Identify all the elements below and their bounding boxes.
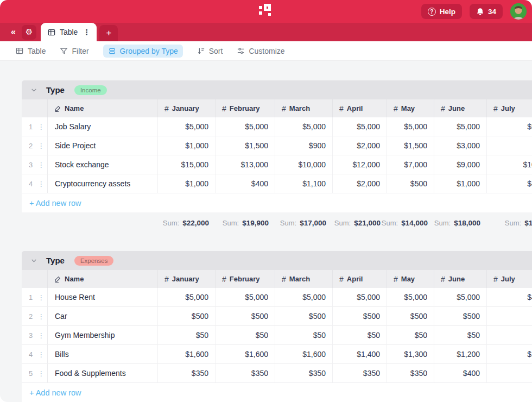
cell-name[interactable]: Bills [48,345,158,363]
cell-value[interactable]: $1,000 [434,174,487,193]
cell-value[interactable]: $5,000 [216,288,275,306]
cell-value[interactable]: $1,600 [275,345,333,363]
row-menu-icon[interactable]: ⋮ [37,123,45,131]
group-by-button[interactable]: Grouped by Type [103,45,183,58]
row-handle[interactable]: 5⋮ [22,364,48,382]
cell-value[interactable]: $700 [487,136,532,155]
cell-value[interactable]: $500 [275,307,333,325]
cell-value[interactable]: $10,000 [275,155,333,174]
cell-value[interactable]: $1,400 [333,345,387,363]
row-handle[interactable]: 4⋮ [22,174,48,193]
cell-value[interactable]: $500 [387,307,434,325]
cell-value[interactable]: $12,000 [333,155,387,174]
cell-value[interactable]: $4,000 [487,174,532,193]
cell-name[interactable]: Side Project [48,136,158,155]
sort-button[interactable]: Sort [197,47,223,55]
column-header-june[interactable]: #June [434,99,487,117]
column-header-april[interactable]: #April [333,99,387,117]
cell-name[interactable]: House Rent [48,288,158,306]
cell-value[interactable]: $50 [434,326,487,344]
cell-name[interactable]: Food & Supplements [48,364,158,382]
cell-value[interactable]: $5,000 [158,117,216,136]
cell-value[interactable]: $500 [434,307,487,325]
row-handle[interactable]: 1⋮ [22,288,48,306]
cell-value[interactable]: $1,300 [387,345,434,363]
cell-value[interactable]: $500 [333,307,387,325]
add-tab-button[interactable]: + [99,25,118,41]
row-handle[interactable]: 2⋮ [22,136,48,155]
group-header-income[interactable]: Type Income [22,80,532,99]
help-button[interactable]: ? Help [421,4,462,19]
collapse-sidebar-icon[interactable]: « [7,27,20,37]
row-menu-icon[interactable]: ⋮ [37,350,45,359]
column-header-march[interactable]: #March [275,99,333,117]
column-header-april[interactable]: #April [333,270,387,288]
column-header-july[interactable]: #July [487,99,532,117]
cell-value[interactable]: $1,000 [158,136,216,155]
row-menu-icon[interactable]: ⋮ [37,369,45,378]
column-header-february[interactable]: #February [216,270,275,288]
sum-cell-may[interactable]: Sum:$14,000 [387,219,434,227]
cell-value[interactable]: $13,000 [216,155,275,174]
cell-name[interactable]: Job Salary [48,117,158,136]
cell-value[interactable]: $50 [387,326,434,344]
cell-value[interactable]: $350 [158,364,216,382]
cell-value[interactable]: $9,000 [434,155,487,174]
cell-value[interactable]: $900 [275,136,333,155]
cell-value[interactable]: $5,000 [333,288,387,306]
sum-cell-january[interactable]: Sum:$22,000 [158,219,216,227]
cell-value[interactable]: $500 [487,307,532,325]
cell-value[interactable]: $1,200 [487,345,532,363]
cell-value[interactable]: $5,000 [216,117,275,136]
cell-value[interactable]: $2,000 [333,136,387,155]
row-menu-icon[interactable]: ⋮ [37,161,45,169]
gear-icon[interactable]: ⚙ [22,25,36,40]
cell-value[interactable]: $5,000 [387,288,434,306]
cell-value[interactable]: $400 [434,364,487,382]
column-header-march[interactable]: #March [275,270,333,288]
cell-value[interactable]: $5,000 [275,117,333,136]
cell-value[interactable]: $350 [333,364,387,382]
cell-value[interactable]: $1,100 [275,174,333,193]
cell-value[interactable]: $500 [158,307,216,325]
cell-value[interactable]: $5,000 [434,117,487,136]
row-handle[interactable]: 1⋮ [22,117,48,136]
row-handle[interactable]: 2⋮ [22,307,48,325]
cell-value[interactable]: $50 [487,326,532,344]
cell-value[interactable]: $1,600 [216,345,275,363]
cell-value[interactable]: $5,000 [158,288,216,306]
user-avatar[interactable] [510,3,527,20]
column-header-may[interactable]: #May [387,270,434,288]
cell-value[interactable]: $1,000 [158,174,216,193]
cell-value[interactable]: $400 [216,174,275,193]
column-header-february[interactable]: #February [216,99,275,117]
cell-value[interactable]: $5,000 [387,117,434,136]
cell-value[interactable]: $5,000 [275,288,333,306]
row-handle[interactable]: 3⋮ [22,155,48,174]
cell-value[interactable]: $2,000 [333,174,387,193]
cell-value[interactable]: $500 [216,307,275,325]
cell-value[interactable]: $50 [158,326,216,344]
cell-value[interactable]: $15,000 [158,155,216,174]
sum-cell-april[interactable]: Sum:$21,000 [333,219,387,227]
cell-value[interactable]: $5,000 [487,117,532,136]
cell-value[interactable]: $4,000 [487,288,532,306]
cell-value[interactable]: $10,000 [487,155,532,174]
sum-cell-february[interactable]: Sum:$19,900 [216,219,275,227]
cell-value[interactable]: $500 [387,174,434,193]
tab-table[interactable]: Table ⋮ [41,23,97,41]
column-header-name[interactable]: Name [48,270,158,288]
cell-value[interactable]: $1,500 [216,136,275,155]
row-menu-icon[interactable]: ⋮ [37,331,45,340]
cell-value[interactable]: $5,000 [434,288,487,306]
column-header-may[interactable]: #May [387,99,434,117]
column-header-name[interactable]: Name [48,99,158,117]
cell-value[interactable]: $50 [333,326,387,344]
customize-button[interactable]: Customize [237,47,284,55]
cell-value[interactable]: $1,600 [158,345,216,363]
sum-cell-july[interactable]: Sum:$19,700 [487,219,532,227]
row-handle[interactable]: 3⋮ [22,326,48,344]
cell-value[interactable]: $1,500 [387,136,434,155]
cell-value[interactable]: $5,000 [333,117,387,136]
cell-value[interactable]: $50 [216,326,275,344]
